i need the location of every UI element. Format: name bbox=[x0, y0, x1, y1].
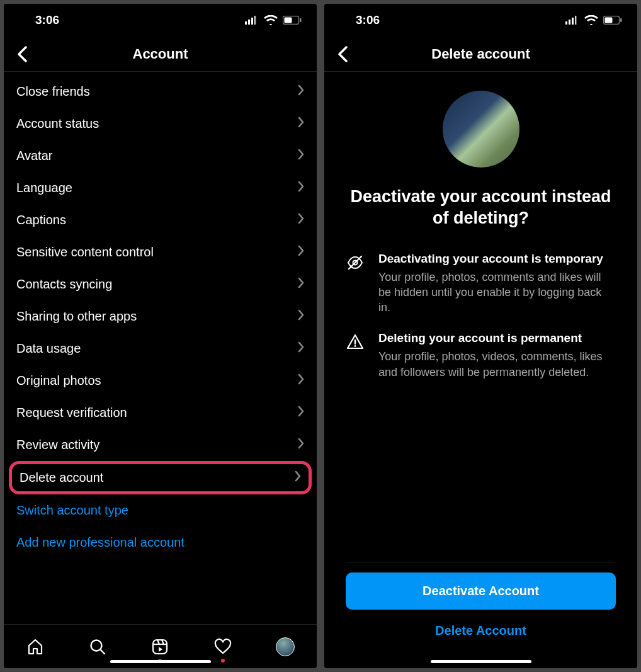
home-icon bbox=[26, 638, 44, 656]
svg-line-9 bbox=[101, 650, 105, 654]
svg-rect-10 bbox=[153, 640, 167, 654]
chevron-right-icon bbox=[298, 149, 304, 163]
row-avatar[interactable]: Avatar bbox=[4, 140, 317, 172]
svg-rect-21 bbox=[620, 18, 622, 22]
chevron-right-icon bbox=[298, 309, 304, 324]
chevron-right-icon bbox=[298, 341, 304, 356]
chevron-left-icon bbox=[17, 46, 27, 62]
svg-rect-0 bbox=[245, 21, 247, 25]
row-label: Data usage bbox=[16, 341, 81, 356]
tab-profile[interactable] bbox=[272, 634, 298, 660]
status-time: 3:06 bbox=[35, 13, 59, 27]
row-label: Close friends bbox=[16, 84, 90, 99]
page-title: Account bbox=[133, 46, 188, 62]
warning-icon bbox=[346, 331, 366, 380]
chevron-right-icon bbox=[298, 181, 304, 195]
chevron-right-icon bbox=[295, 470, 301, 485]
row-account-status[interactable]: Account status bbox=[4, 108, 317, 140]
notification-dot bbox=[221, 659, 225, 663]
row-captions[interactable]: Captions bbox=[4, 204, 317, 236]
row-label: Original photos bbox=[16, 373, 101, 388]
svg-point-25 bbox=[355, 345, 356, 347]
info-row-deactivate: Deactivating your account is temporary Y… bbox=[346, 252, 616, 316]
bottom-actions: Deactivate Account Delete Account bbox=[346, 562, 616, 668]
svg-rect-18 bbox=[575, 16, 576, 25]
row-label: Avatar bbox=[16, 149, 52, 163]
row-delete-account[interactable]: Delete account bbox=[12, 464, 309, 491]
chevron-right-icon bbox=[298, 245, 304, 259]
row-label: Account status bbox=[16, 117, 99, 131]
chevron-left-icon bbox=[338, 46, 348, 62]
link-switch-account-type[interactable]: Switch account type bbox=[4, 494, 317, 527]
battery-icon bbox=[603, 16, 622, 25]
row-close-friends[interactable]: Close friends bbox=[4, 76, 317, 108]
chevron-right-icon bbox=[298, 213, 304, 227]
status-bar: 3:06 bbox=[4, 4, 317, 37]
row-contacts-syncing[interactable]: Contacts syncing bbox=[4, 268, 317, 300]
back-button[interactable] bbox=[13, 45, 31, 64]
wifi-icon bbox=[264, 15, 278, 25]
row-label: Request verification bbox=[16, 406, 127, 420]
chevron-right-icon bbox=[298, 277, 304, 292]
row-label: Language bbox=[16, 181, 72, 195]
svg-rect-15 bbox=[569, 20, 570, 25]
home-indicator[interactable] bbox=[431, 660, 531, 663]
status-icons bbox=[565, 15, 622, 25]
chevron-right-icon bbox=[298, 117, 304, 131]
row-sharing-apps[interactable]: Sharing to other apps bbox=[4, 300, 317, 333]
eye-off-icon bbox=[346, 252, 366, 316]
row-label: Sharing to other apps bbox=[16, 309, 137, 324]
row-label: Captions bbox=[16, 213, 66, 227]
tab-activity[interactable] bbox=[210, 634, 236, 660]
chevron-right-icon bbox=[298, 438, 304, 452]
nav-header: Account bbox=[4, 37, 317, 72]
chevron-right-icon bbox=[298, 84, 304, 99]
row-data-usage[interactable]: Data usage bbox=[4, 333, 317, 365]
highlight-annotation: Delete account bbox=[9, 461, 312, 494]
row-sensitive-content[interactable]: Sensitive content control bbox=[4, 236, 317, 268]
svg-rect-6 bbox=[285, 18, 292, 23]
svg-rect-2 bbox=[251, 18, 253, 25]
avatar-icon bbox=[276, 637, 295, 656]
info-text: Deleting your account is permanent Your … bbox=[378, 331, 616, 380]
back-button[interactable] bbox=[333, 45, 352, 64]
delete-account-screen: 3:06 Delete account Deactivate your acco… bbox=[324, 4, 637, 668]
heart-icon bbox=[214, 638, 232, 656]
info-text: Deactivating your account is temporary Y… bbox=[378, 252, 616, 316]
signal-icon bbox=[245, 16, 259, 25]
search-icon bbox=[89, 638, 106, 656]
status-bar: 3:06 bbox=[324, 4, 637, 37]
row-original-photos[interactable]: Original photos bbox=[4, 365, 317, 397]
row-review-activity[interactable]: Review activity bbox=[4, 429, 317, 461]
row-request-verification[interactable]: Request verification bbox=[4, 397, 317, 429]
row-label: Delete account bbox=[20, 470, 103, 485]
profile-avatar bbox=[443, 91, 519, 168]
info-title: Deactivating your account is temporary bbox=[378, 252, 616, 266]
info-desc: Your profile, photos, comments and likes… bbox=[378, 270, 616, 316]
nav-header: Delete account bbox=[324, 37, 637, 72]
heading: Deactivate your account instead of delet… bbox=[346, 186, 616, 229]
page-title: Delete account bbox=[431, 46, 530, 62]
delete-account-button[interactable]: Delete Account bbox=[346, 624, 616, 638]
svg-rect-7 bbox=[300, 18, 302, 22]
row-label: Contacts syncing bbox=[16, 277, 112, 292]
svg-rect-20 bbox=[605, 18, 613, 23]
link-add-professional-account[interactable]: Add new professional account bbox=[4, 527, 317, 559]
svg-point-8 bbox=[91, 640, 102, 651]
tab-home[interactable] bbox=[22, 634, 48, 660]
wifi-icon bbox=[584, 15, 598, 25]
deactivate-account-button[interactable]: Deactivate Account bbox=[346, 572, 616, 610]
status-icons bbox=[245, 15, 302, 25]
tab-search[interactable] bbox=[84, 634, 111, 660]
svg-rect-1 bbox=[248, 20, 250, 25]
info-row-delete: Deleting your account is permanent Your … bbox=[346, 331, 616, 380]
settings-list[interactable]: Close friends Account status Avatar Lang… bbox=[4, 72, 317, 624]
info-desc: Your profile, photos, videos, comments, … bbox=[378, 349, 616, 380]
row-label: Review activity bbox=[16, 438, 99, 452]
signal-icon bbox=[565, 16, 579, 25]
svg-rect-16 bbox=[572, 18, 574, 25]
row-language[interactable]: Language bbox=[4, 172, 317, 204]
svg-rect-4 bbox=[254, 16, 256, 25]
home-indicator[interactable] bbox=[110, 660, 211, 663]
tab-reels[interactable] bbox=[147, 634, 173, 660]
